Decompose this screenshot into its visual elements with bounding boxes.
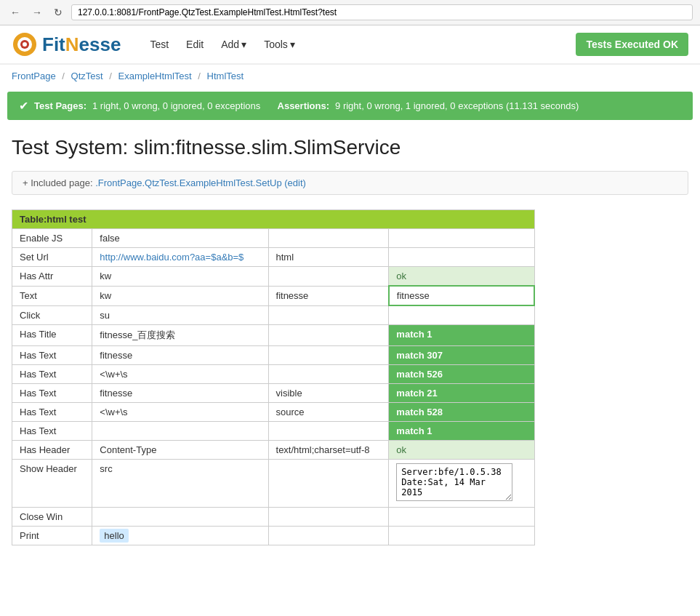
table-cell	[268, 459, 389, 507]
nav-add[interactable]: Add ▾	[214, 34, 254, 55]
table-row: Has Attr kw ok	[12, 267, 535, 287]
table-cell	[268, 345, 389, 364]
table-cell	[389, 229, 534, 248]
chevron-down-icon: ▾	[241, 39, 246, 50]
table-row: Show Header src Server:bfe/1.0.5.38 Date…	[12, 459, 535, 507]
forward-button[interactable]: →	[29, 5, 45, 20]
table-cell	[389, 248, 534, 267]
result-match-cell: match 526	[389, 364, 534, 383]
table-row: Click su	[12, 305, 535, 324]
table-header-row: Table:html test	[12, 210, 535, 229]
nav-tools[interactable]: Tools ▾	[257, 34, 302, 55]
page-content: Test System: slim:fitnesse.slim.SlimServ…	[0, 124, 700, 557]
table-row: Has Header Content-Type text/html;charse…	[12, 440, 535, 459]
table-cell: su	[92, 305, 268, 324]
table-cell: Set Url	[12, 248, 92, 267]
included-page-edit-link[interactable]: (edit)	[284, 177, 306, 188]
table-cell	[268, 267, 389, 287]
table-cell	[268, 421, 389, 440]
test-banner: ✔ Test Pages: 1 right, 0 wrong, 0 ignore…	[7, 92, 693, 120]
table-row: Has Text <\w+\s source match 528	[12, 402, 535, 421]
table-cell: hello	[92, 526, 268, 545]
nav-links: Test Edit Add ▾ Tools ▾	[142, 34, 302, 55]
table-cell: http://www.baidu.com?aa=$a&b=$	[92, 248, 268, 267]
table-header-cell: Table:html test	[12, 210, 535, 229]
table-cell	[268, 305, 389, 324]
result-match-cell: match 528	[389, 402, 534, 421]
result-match-cell: match 21	[389, 383, 534, 402]
table-row: Has Text fitnesse match 307	[12, 345, 535, 364]
logo-icon	[12, 31, 38, 57]
url-bar[interactable]	[71, 4, 693, 20]
table-row: Has Text match 1	[12, 421, 535, 440]
assertions-label: Assertions:	[278, 100, 330, 111]
table-row: Print hello	[12, 526, 535, 545]
table-cell: <\w+\s	[92, 402, 268, 421]
table-cell: kw	[92, 267, 268, 287]
table-row: Enable JS false	[12, 229, 535, 248]
result-match-cell: match 1	[389, 324, 534, 345]
table-cell: Has Text	[12, 421, 92, 440]
browser-bar: ← → ↻	[0, 0, 700, 25]
table-cell	[389, 526, 534, 545]
chevron-down-icon: ▾	[290, 39, 295, 50]
table-row: Close Win	[12, 507, 535, 526]
breadcrumb-qtztest[interactable]: QtzTest	[71, 71, 103, 81]
result-ok-cell: ok	[389, 267, 534, 287]
table-cell: Text	[12, 286, 92, 305]
page-title: Test System: slim:fitnesse.slim.SlimServ…	[12, 136, 688, 159]
test-pages-label: Test Pages:	[34, 100, 87, 111]
table-cell: kw	[92, 286, 268, 305]
table-cell: Has Header	[12, 440, 92, 459]
table-cell: fitnesse	[268, 286, 389, 305]
table-cell: text/html;charset=utf-8	[268, 440, 389, 459]
included-page-prefix: + Included page:	[23, 177, 93, 188]
table-cell: Close Win	[12, 507, 92, 526]
url-link[interactable]: http://www.baidu.com?aa=$a&b=$	[100, 252, 244, 263]
checkmark-icon: ✔	[19, 99, 28, 113]
print-hello-value: hello	[100, 529, 128, 543]
breadcrumb-frontpage[interactable]: FrontPage	[12, 71, 56, 81]
tests-executed-ok-button[interactable]: Tests Executed OK	[576, 33, 688, 56]
table-cell	[268, 526, 389, 545]
table-cell: fitnesse_百度搜索	[92, 324, 268, 345]
logo-text: FitNesse	[42, 33, 121, 56]
result-textarea-cell: Server:bfe/1.0.5.38 Date:Sat, 14 Mar 201…	[389, 459, 534, 507]
refresh-button[interactable]: ↻	[51, 5, 65, 20]
table-cell: visible	[268, 383, 389, 402]
table-cell: Click	[12, 305, 92, 324]
nav-test[interactable]: Test	[142, 34, 176, 55]
breadcrumb-htmltest[interactable]: HtmlTest	[207, 71, 244, 81]
nav-edit[interactable]: Edit	[179, 34, 211, 55]
table-cell: Has Text	[12, 383, 92, 402]
table-cell: Show Header	[12, 459, 92, 507]
result-match-cell: match 1	[389, 421, 534, 440]
table-cell: Has Text	[12, 402, 92, 421]
test-table: Table:html test Enable JS false Set Url …	[12, 209, 535, 545]
breadcrumb-examplehtmltest[interactable]: ExampleHtmlTest	[118, 71, 192, 81]
included-page-link[interactable]: .FrontPage.QtzTest.ExampleHtmlTest.SetUp	[95, 177, 281, 188]
test-pages-detail: 1 right, 0 wrong, 0 ignored, 0 exception…	[92, 100, 260, 111]
table-cell: Content-Type	[92, 440, 268, 459]
table-row: Has Text fitnesse visible match 21	[12, 383, 535, 402]
table-cell	[92, 421, 268, 440]
table-cell: html	[268, 248, 389, 267]
table-cell: Has Text	[12, 364, 92, 383]
table-cell: src	[92, 459, 268, 507]
table-row: Has Title fitnesse_百度搜索 match 1	[12, 324, 535, 345]
table-cell	[268, 364, 389, 383]
result-fitnesse-cell: fitnesse	[389, 286, 534, 305]
test-table-wrapper: Table:html test Enable JS false Set Url …	[12, 209, 535, 545]
show-header-textarea[interactable]: Server:bfe/1.0.5.38 Date:Sat, 14 Mar 201…	[396, 463, 512, 501]
back-button[interactable]: ←	[7, 5, 23, 20]
table-cell: source	[268, 402, 389, 421]
logo: FitNesse	[12, 31, 121, 57]
assertions-detail: 9 right, 0 wrong, 1 ignored, 0 exception…	[335, 100, 579, 111]
table-cell	[268, 507, 389, 526]
table-cell: fitnesse	[92, 383, 268, 402]
svg-point-3	[23, 42, 27, 47]
table-cell	[389, 305, 534, 324]
table-cell	[268, 229, 389, 248]
result-ok-cell: ok	[389, 440, 534, 459]
included-page-notice: + Included page: .FrontPage.QtzTest.Exam…	[12, 171, 688, 195]
